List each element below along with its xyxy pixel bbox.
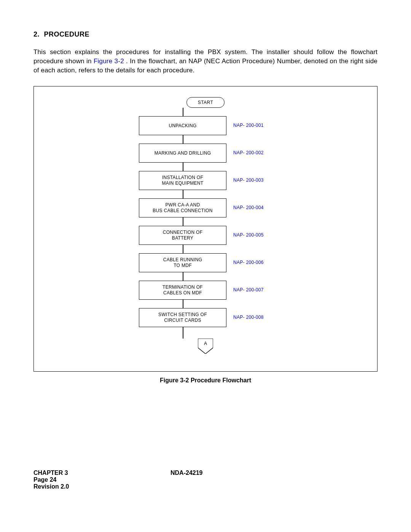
flowchart-end-connector: A bbox=[198, 339, 213, 354]
nap-link[interactable]: NAP- 200-005 bbox=[233, 232, 264, 238]
connector bbox=[183, 108, 183, 116]
connector bbox=[183, 190, 183, 198]
section-number: 2. bbox=[33, 30, 40, 38]
step-label: BATTERY bbox=[172, 235, 193, 241]
step-label: SWITCH SETTING OF bbox=[158, 312, 207, 318]
flowchart: START UNPACKING NAP- 200-001 MARKING AND… bbox=[34, 86, 377, 371]
connector bbox=[183, 327, 183, 339]
flowchart-step-battery: CONNECTION OF BATTERY bbox=[139, 226, 226, 245]
footer-docnum: NDA-24219 bbox=[170, 470, 202, 476]
connector bbox=[183, 245, 183, 253]
step-label: INSTALLATION OF bbox=[162, 175, 203, 181]
step-label: CONNECTION OF bbox=[163, 230, 203, 235]
flowchart-step-pwr-cable: PWR CA-A AND BUS CABLE CONNECTION bbox=[139, 198, 226, 217]
figure-reference-link[interactable]: Figure 3-2 bbox=[94, 58, 124, 65]
step-label: CABLE RUNNING bbox=[163, 257, 202, 263]
nap-link[interactable]: NAP- 200-004 bbox=[233, 205, 264, 210]
step-label: CABLES ON MDF bbox=[163, 290, 202, 296]
connector bbox=[183, 300, 183, 308]
figure-frame: START UNPACKING NAP- 200-001 MARKING AND… bbox=[33, 86, 378, 372]
end-label: A bbox=[198, 341, 213, 346]
flowchart-step-cable-mdf: CABLE RUNNING TO MDF bbox=[139, 253, 226, 272]
section-title: PROCEDURE bbox=[44, 30, 90, 38]
flowchart-step-marking: MARKING AND DRILLING bbox=[139, 144, 226, 163]
step-label: UNPACKING bbox=[169, 123, 196, 129]
connector bbox=[183, 163, 183, 171]
connector bbox=[183, 135, 183, 144]
flowchart-step-installation: INSTALLATION OF MAIN EQUIPMENT bbox=[139, 171, 226, 190]
nap-link[interactable]: NAP- 200-006 bbox=[233, 260, 264, 265]
step-label: PWR CA-A AND bbox=[166, 202, 200, 208]
nap-link[interactable]: NAP- 200-007 bbox=[233, 287, 264, 292]
step-label: CIRCUIT CARDS bbox=[164, 318, 201, 323]
nap-link[interactable]: NAP- 200-003 bbox=[233, 177, 264, 183]
body-paragraph: This section explains the procedures for… bbox=[33, 48, 378, 75]
section-heading: 2. PROCEDURE bbox=[33, 30, 378, 38]
nap-link[interactable]: NAP- 200-002 bbox=[233, 150, 264, 155]
flowchart-step-switch-setting: SWITCH SETTING OF CIRCUIT CARDS bbox=[139, 308, 226, 327]
nap-link[interactable]: NAP- 200-001 bbox=[233, 123, 264, 128]
nap-link[interactable]: NAP- 200-008 bbox=[233, 315, 264, 320]
step-label: BUS CABLE CONNECTION bbox=[153, 208, 212, 214]
flowchart-step-termination: TERMINATION OF CABLES ON MDF bbox=[139, 281, 226, 300]
flowchart-step-unpacking: UNPACKING bbox=[139, 116, 226, 135]
step-label: TERMINATION OF bbox=[162, 284, 203, 290]
connector bbox=[183, 217, 183, 226]
footer-chapter: CHAPTER 3 bbox=[33, 470, 170, 476]
footer-revision: Revision 2.0 bbox=[33, 483, 378, 490]
page-footer: CHAPTER 3 NDA-24219 Page 24 Revision 2.0 bbox=[33, 470, 378, 490]
figure-caption: Figure 3-2 Procedure Flowchart bbox=[33, 377, 378, 384]
step-label: TO MDF bbox=[174, 263, 192, 268]
connector bbox=[183, 272, 183, 281]
footer-page: Page 24 bbox=[33, 476, 378, 483]
step-label: MAIN EQUIPMENT bbox=[162, 181, 204, 186]
step-label: MARKING AND DRILLING bbox=[155, 150, 211, 156]
flowchart-start-node: START bbox=[186, 97, 225, 108]
